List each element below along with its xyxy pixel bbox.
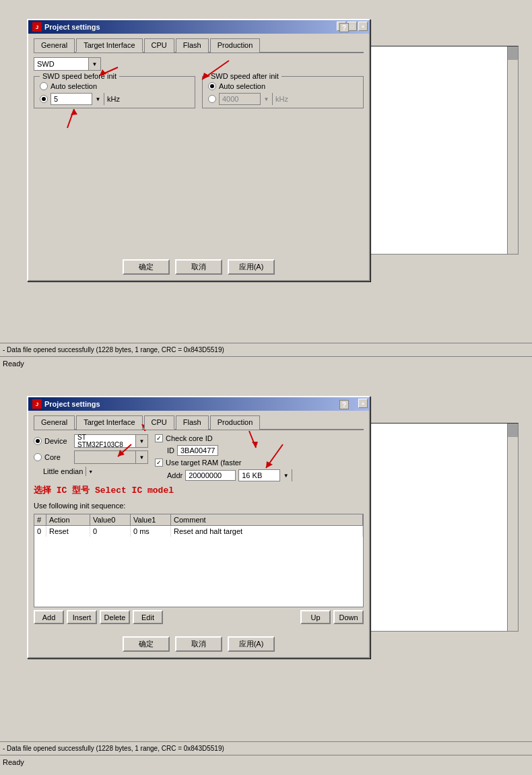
title-controls-bottom: ? × xyxy=(358,399,368,408)
dialog-buttons-bottom: 确定 取消 应用(A) xyxy=(34,632,364,652)
scrollbar-bottom-right[interactable] xyxy=(507,424,518,631)
radio-auto-after-label: Auto selection xyxy=(219,82,265,90)
size-combo[interactable]: 16 KB ▼ xyxy=(238,469,292,481)
ok-button-top[interactable]: 确定 xyxy=(123,259,170,275)
device-label: Device xyxy=(44,437,71,445)
tab-flash-bottom[interactable]: Flash xyxy=(176,415,209,430)
tab-cpu-bottom[interactable]: CPU xyxy=(144,415,174,430)
cpu-right-panel: Check core ID ID 3BA00477 Use target RAM… xyxy=(155,434,364,481)
speed-before-khz: kHz xyxy=(107,95,120,103)
id-value: 3BA00477 xyxy=(177,445,218,456)
top-section: J Project settings ? _ □ × General Targe… xyxy=(0,0,532,377)
col-action: Action xyxy=(46,514,90,525)
status-bar-bottom: - Data file opened successfully (1228 by… xyxy=(0,741,532,755)
inst-table-body: 0 Reset 0 0 ms Reset and halt target xyxy=(34,526,363,607)
insert-button[interactable]: Insert xyxy=(67,610,97,624)
bottom-section: J Project settings ? × General Target In… xyxy=(0,377,532,775)
status-bar-top: - Data file opened successfully (1228 by… xyxy=(0,343,532,356)
dialog-title-bar-bottom: J Project settings ? × xyxy=(28,397,369,411)
cancel-button-bottom[interactable]: 取消 xyxy=(175,636,222,652)
table-row: 0 Reset 0 0 ms Reset and halt target xyxy=(34,526,363,537)
radio-auto-after-dot[interactable] xyxy=(208,82,216,90)
edit-button[interactable]: Edit xyxy=(133,610,163,624)
empty-space-top xyxy=(34,115,364,250)
radio-core[interactable] xyxy=(34,453,42,461)
apply-button-bottom[interactable]: 应用(A) xyxy=(228,636,275,652)
text-panel-bottom-right xyxy=(370,423,519,632)
use-target-ram-label: Use target RAM (faster xyxy=(166,459,241,467)
apply-button-top[interactable]: 应用(A) xyxy=(228,259,275,275)
speed-before-arrow[interactable]: ▼ xyxy=(92,93,104,105)
size-arrow[interactable]: ▼ xyxy=(279,469,292,481)
cpu-top-section: Device ST STM32F103C8 ▼ Core ▼ xyxy=(34,434,364,481)
bottom-btn-row: Add Insert Delete Edit Up Down xyxy=(34,607,364,627)
device-combo[interactable]: ST STM32F103C8 ▼ xyxy=(74,434,148,448)
radio-speed-before-dot[interactable] xyxy=(40,95,48,103)
id-label: ID xyxy=(167,446,174,454)
tab-target-interface-top[interactable]: Target Interface xyxy=(76,38,142,53)
device-arrow[interactable]: ▼ xyxy=(135,435,147,447)
check-core-id-checkbox[interactable] xyxy=(155,434,163,442)
speed-after-khz: kHz xyxy=(275,95,288,103)
endian-arrow[interactable]: ▼ xyxy=(86,467,95,476)
help-button-bottom[interactable]: ? xyxy=(339,400,349,409)
endian-label: Little endian xyxy=(43,467,83,475)
tab-cpu-top[interactable]: CPU xyxy=(144,38,174,53)
speed-after-arrow[interactable]: ▼ xyxy=(260,93,272,105)
cancel-button-top[interactable]: 取消 xyxy=(175,259,222,275)
ready-label-top: Ready xyxy=(3,360,24,368)
close-button-bottom[interactable]: × xyxy=(358,399,368,408)
use-target-ram-checkbox[interactable] xyxy=(155,459,163,467)
speed-before-value: 5 xyxy=(51,95,92,103)
cpu-left-panel: Device ST STM32F103C8 ▼ Core ▼ xyxy=(34,434,148,481)
tab-target-interface-bottom[interactable]: Target Interface xyxy=(76,415,142,430)
check-core-id-row: Check core ID xyxy=(155,434,364,442)
interface-row-top: SWD ▼ xyxy=(34,57,364,71)
core-arrow[interactable]: ▼ xyxy=(135,451,147,463)
status-message-top: - Data file opened successfully (1228 by… xyxy=(3,346,224,353)
inst-seq-label: Use following init sequence: xyxy=(34,502,364,510)
speed-before-row: 5 ▼ kHz xyxy=(40,93,189,105)
close-button-top[interactable]: × xyxy=(358,22,368,31)
radio-device[interactable] xyxy=(34,437,42,445)
ok-button-bottom[interactable]: 确定 xyxy=(123,636,170,652)
status-message-bottom: - Data file opened successfully (1228 by… xyxy=(3,745,224,752)
speed-after-row: 4000 ▼ kHz xyxy=(208,93,358,105)
speed-after-value: 4000 xyxy=(220,95,260,103)
dialog-content-bottom: General Target Interface CPU Flash Produ… xyxy=(28,411,369,657)
use-target-ram-row: Use target RAM (faster xyxy=(155,459,364,467)
tab-general-top[interactable]: General xyxy=(34,38,75,53)
tab-production-top[interactable]: Production xyxy=(210,38,261,53)
tab-general-bottom[interactable]: General xyxy=(34,415,75,430)
speed-before-combo[interactable]: 5 ▼ xyxy=(51,93,104,105)
delete-button[interactable]: Delete xyxy=(100,610,130,624)
cell-value0-0: 0 xyxy=(90,526,131,537)
ready-bar-top: Ready xyxy=(0,356,532,370)
radio-auto-before-dot[interactable] xyxy=(40,82,48,90)
up-button[interactable]: Up xyxy=(300,610,331,624)
speed-after-combo[interactable]: 4000 ▼ xyxy=(219,93,273,105)
instruction-table: # Action Value0 Value1 Comment 0 Reset 0… xyxy=(34,514,364,607)
radio-speed-after-dot[interactable] xyxy=(208,95,216,103)
radio-auto-before-label: Auto selection xyxy=(51,82,97,90)
interface-arrow[interactable]: ▼ xyxy=(88,58,100,70)
cell-value1-0: 0 ms xyxy=(131,526,171,537)
scrollbar-top-right[interactable] xyxy=(507,46,518,254)
tab-flash-top[interactable]: Flash xyxy=(176,38,209,53)
tab-production-bottom[interactable]: Production xyxy=(210,415,261,430)
add-button[interactable]: Add xyxy=(34,610,64,624)
annotation-text: 选择 IC 型号 Select IC model xyxy=(34,484,364,496)
speed-before-legend: SWD speed before init xyxy=(40,72,119,80)
core-label: Core xyxy=(44,453,71,461)
interface-combo[interactable]: SWD ▼ xyxy=(34,57,101,71)
addr-label: Addr xyxy=(167,471,182,479)
endian-row: Little endian ▼ xyxy=(34,467,148,476)
dialog-content-top: General Target Interface CPU Flash Produ… xyxy=(28,34,369,280)
down-button[interactable]: Down xyxy=(333,610,364,624)
maximize-button-top[interactable]: □ xyxy=(347,22,357,31)
core-combo[interactable]: ▼ xyxy=(74,450,148,464)
dialog-icon-top: J xyxy=(32,22,42,32)
help-button-top[interactable]: ? xyxy=(339,23,349,32)
radio-auto-before: Auto selection xyxy=(40,82,189,90)
tab-bar-bottom: General Target Interface CPU Flash Produ… xyxy=(34,415,364,430)
